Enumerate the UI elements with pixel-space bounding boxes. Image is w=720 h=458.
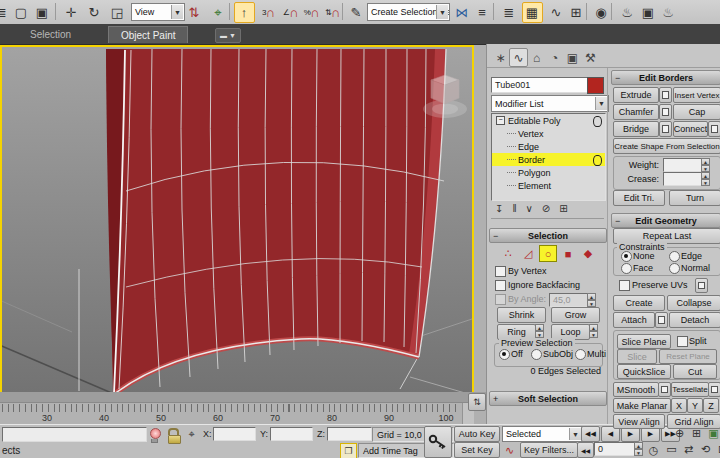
edge-subobject-icon[interactable]: ◿ xyxy=(519,245,537,262)
planar-y-button[interactable]: Y xyxy=(687,398,703,413)
constraint-edge-radio[interactable] xyxy=(669,251,680,262)
planar-z-button[interactable]: Z xyxy=(703,398,719,413)
edit-geometry-rollout-header[interactable]: −Edit Geometry xyxy=(611,213,720,228)
isolate-selection-icon[interactable] xyxy=(150,428,159,440)
frame-spinner[interactable]: ▲▼ xyxy=(634,442,643,456)
ribbon-tab[interactable]: Selection xyxy=(18,26,83,42)
soft-selection-rollout-header[interactable]: +Soft Selection xyxy=(489,391,607,406)
perspective-viewport[interactable] xyxy=(0,45,474,394)
connect-button[interactable]: Connect xyxy=(673,121,708,137)
collapse-button[interactable]: Collapse xyxy=(667,295,720,311)
rectangular-selection-region-icon[interactable]: ▢ xyxy=(11,2,32,23)
split-checkbox[interactable] xyxy=(677,336,688,347)
tube-object[interactable] xyxy=(106,49,446,392)
extrude-button[interactable]: Extrude xyxy=(613,87,659,103)
turn-button[interactable]: Turn xyxy=(669,190,720,206)
material-editor-icon[interactable]: ◉ xyxy=(591,2,612,23)
selection-lock-icon[interactable] xyxy=(168,428,179,440)
loop-spinner[interactable]: ▲▼ xyxy=(589,324,598,338)
remove-modifier-icon[interactable]: ⊘ xyxy=(542,203,550,214)
modifier-stack-row[interactable]: Vertex xyxy=(492,127,605,140)
bridge-settings-button[interactable] xyxy=(659,121,672,137)
by-vertex-checkbox[interactable] xyxy=(495,266,506,277)
auto-key-button[interactable]: Auto Key xyxy=(454,426,500,442)
element-subobject-icon[interactable]: ◆ xyxy=(579,245,597,262)
schematic-view-icon[interactable]: ⊞ xyxy=(566,2,587,23)
msmooth-settings-button[interactable] xyxy=(658,382,671,397)
modifier-stack-row[interactable]: Border xyxy=(492,153,605,166)
by-angle-field[interactable]: 45,0 xyxy=(549,293,590,307)
reset-plane-button[interactable]: Reset Plane xyxy=(659,349,717,364)
make-planar-button[interactable]: Make Planar xyxy=(613,398,671,413)
set-key-button[interactable]: Set Key xyxy=(454,442,500,458)
selection-rollout-header[interactable]: −Selection xyxy=(489,228,607,243)
orbit-icon[interactable]: ⟲ xyxy=(698,442,713,456)
modifier-stack-row[interactable]: Element xyxy=(492,179,605,192)
tab-display[interactable]: ▣ xyxy=(563,48,582,67)
absolute-mode-transform-icon[interactable]: ⌖ xyxy=(184,427,199,441)
view-align-button[interactable]: View Align xyxy=(613,414,665,429)
preview-off-radio[interactable] xyxy=(499,349,510,360)
pin-stack-icon[interactable]: ↧ xyxy=(495,203,503,214)
ribbon-toggle-icon[interactable]: ▦ xyxy=(522,2,543,23)
spinner-snap-icon[interactable]: ⇅∩ xyxy=(322,2,343,23)
ribbon-tab[interactable]: Object Paint xyxy=(108,26,188,43)
preview-subobj-radio[interactable] xyxy=(531,349,542,360)
ribbon-minimize-button[interactable]: ▬▼ xyxy=(215,28,241,43)
bridge-button[interactable]: Bridge xyxy=(613,121,659,137)
crease-spinner[interactable]: ▲▼ xyxy=(701,172,710,186)
use-pivot-point-center-icon[interactable]: ⇅ xyxy=(184,2,205,23)
tab-modify[interactable]: ∿ xyxy=(509,48,528,67)
insert-vertex-button[interactable]: Insert Vertex xyxy=(673,87,720,103)
border-subobject-icon[interactable]: ○ xyxy=(539,245,557,262)
reference-coordinate-system-dropdown[interactable]: View▼ xyxy=(131,3,185,21)
modifier-stack[interactable]: − Editable Poly Vertex xyxy=(491,113,606,201)
object-color-swatch[interactable] xyxy=(587,77,604,94)
detach-button[interactable]: Detach xyxy=(669,312,720,328)
modifier-stack-row[interactable]: − Editable Poly xyxy=(492,114,605,127)
angle-snap-icon[interactable]: ∠∩ xyxy=(280,2,301,23)
cut-button[interactable]: Cut xyxy=(673,364,717,379)
select-and-scale-icon[interactable]: ◲ xyxy=(107,2,128,23)
by-angle-spinner[interactable]: ▲▼ xyxy=(587,293,596,307)
edit-named-selection-sets-icon[interactable]: ✎ xyxy=(346,2,367,23)
shrink-button[interactable]: Shrink xyxy=(497,307,546,323)
current-frame-field[interactable]: 0 xyxy=(594,442,637,456)
extrude-settings-button[interactable] xyxy=(659,87,672,103)
select-and-move-icon[interactable]: ✛ xyxy=(61,2,82,23)
preserve-uvs-checkbox[interactable] xyxy=(619,280,630,291)
curve-editor-icon[interactable]: ∿ xyxy=(546,2,567,23)
object-name-field[interactable]: Tube001 xyxy=(491,77,588,93)
tab-utilities[interactable]: ⚒ xyxy=(581,48,600,67)
snap-toggle-3d-icon[interactable]: 3∩ xyxy=(258,2,279,23)
layer-manager-icon[interactable]: ≣ xyxy=(499,2,520,23)
connect-settings-button[interactable] xyxy=(708,121,720,137)
show-end-result-icon[interactable]: ‖ xyxy=(512,203,516,214)
create-button[interactable]: Create xyxy=(613,295,665,311)
y-coordinate-field[interactable] xyxy=(270,427,313,441)
key-filter-set-dropdown[interactable]: Selected▼ xyxy=(502,426,583,442)
modifier-stack-row[interactable]: Edge xyxy=(492,140,605,153)
zoom-region-icon[interactable]: ▭ xyxy=(664,442,679,456)
rendered-frame-window-icon[interactable]: ▣ xyxy=(638,2,659,23)
preview-multi-radio[interactable] xyxy=(575,349,586,360)
time-slider-track[interactable] xyxy=(0,392,486,403)
new-key-curve-icon[interactable]: ∿ xyxy=(502,443,517,457)
select-and-manipulate-icon[interactable]: ⌖ xyxy=(208,2,229,23)
window-crossing-selection-icon[interactable]: ▣ xyxy=(32,2,53,23)
constraint-none-radio[interactable] xyxy=(621,251,632,262)
key-filters-button[interactable]: Key Filters... xyxy=(520,442,578,458)
tab-create[interactable]: ∗ xyxy=(491,48,510,67)
by-angle-checkbox[interactable] xyxy=(495,294,506,305)
go-to-start-icon[interactable]: ◀◀ xyxy=(581,426,600,442)
z-coordinate-field[interactable] xyxy=(327,427,372,441)
select-by-name-icon[interactable]: ≣ xyxy=(0,2,10,23)
modifier-list-dropdown[interactable]: Modifier List▼ xyxy=(491,95,609,112)
slice-button[interactable]: Slice xyxy=(617,349,657,364)
quickslice-button[interactable]: QuickSlice xyxy=(617,364,671,379)
percent-snap-icon[interactable]: %∩ xyxy=(301,2,322,23)
vertex-subobject-icon[interactable]: ∴ xyxy=(499,245,517,262)
time-configuration-icon[interactable]: ◷ xyxy=(646,443,661,457)
keyboard-shortcut-override-icon[interactable]: ↑ xyxy=(234,2,255,23)
tessellate-settings-button[interactable] xyxy=(708,382,720,397)
